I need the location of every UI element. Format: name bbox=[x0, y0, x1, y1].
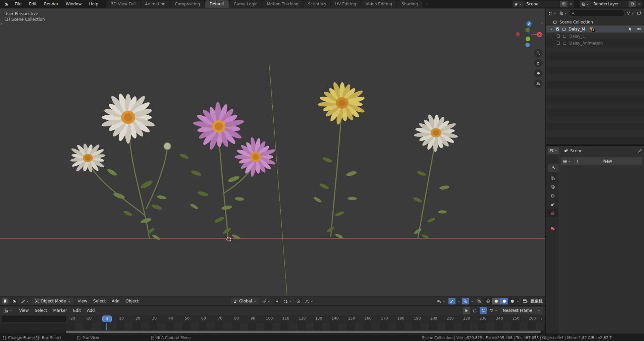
gizmo-axis-x-neg[interactable] bbox=[516, 32, 520, 36]
add-workspace-button[interactable]: + bbox=[423, 0, 431, 8]
gizmo-axis-y[interactable] bbox=[526, 37, 530, 41]
switch-camera-button[interactable] bbox=[521, 298, 529, 304]
nla-menu-view[interactable]: View bbox=[16, 306, 32, 315]
properties-tab-scene[interactable] bbox=[547, 201, 558, 209]
camera-view-button[interactable] bbox=[534, 69, 542, 77]
snap-target-dropdown[interactable] bbox=[282, 298, 293, 304]
gizmo-axis-y-neg[interactable] bbox=[526, 28, 530, 32]
transform-orientation-dropdown[interactable]: Global bbox=[231, 298, 259, 304]
object-daisy-pink[interactable] bbox=[179, 99, 276, 240]
object-visibility-dropdown[interactable] bbox=[435, 298, 447, 304]
nla-channel-area[interactable] bbox=[0, 323, 67, 330]
switch-camera-label[interactable]: 换像机 bbox=[531, 298, 543, 304]
nla-menu-add[interactable]: Add bbox=[84, 306, 98, 315]
menu-render[interactable]: Render bbox=[40, 2, 62, 6]
cursor-3d[interactable] bbox=[225, 235, 233, 243]
scene-name-field[interactable]: Scene bbox=[524, 1, 560, 7]
outliner-row-daisy-l[interactable]: Daisy_L bbox=[546, 33, 644, 40]
render-layer-copy-button[interactable] bbox=[629, 1, 636, 7]
xray-toggle[interactable] bbox=[475, 298, 482, 304]
outliner-row-scene-collection[interactable]: Scene Collection bbox=[546, 18, 644, 25]
shading-solid-button[interactable] bbox=[492, 298, 500, 304]
current-frame-badge[interactable]: 1 bbox=[102, 316, 112, 322]
overlays-dropdown-chevron[interactable] bbox=[471, 300, 474, 303]
collection-checkbox[interactable] bbox=[555, 27, 560, 31]
toolbar-expand-arrow[interactable]: › bbox=[0, 22, 2, 26]
menu-help[interactable]: Help bbox=[85, 2, 102, 6]
snap-toggle-nla[interactable] bbox=[480, 307, 487, 314]
blender-logo-icon[interactable] bbox=[3, 2, 8, 7]
proportional-edit-toggle[interactable] bbox=[295, 298, 302, 304]
nla-channel-field[interactable] bbox=[2, 316, 66, 322]
gizmo-dropdown-chevron[interactable] bbox=[457, 300, 460, 303]
disclosure-triangle-icon[interactable] bbox=[550, 28, 553, 31]
shading-material-button[interactable] bbox=[500, 298, 508, 304]
mode-dropdown[interactable]: Object Mode bbox=[32, 298, 73, 304]
shading-wireframe-button[interactable] bbox=[484, 298, 492, 304]
outliner-row-daisy-animation[interactable]: Daisy_Animation bbox=[546, 40, 644, 47]
box-select-tool-button[interactable] bbox=[471, 307, 478, 314]
workspace-tab-compositing[interactable]: Compositing bbox=[170, 0, 204, 8]
navigation-gizmo[interactable]: Z X bbox=[516, 20, 549, 54]
show-overlays-toggle[interactable] bbox=[462, 298, 469, 304]
properties-tab-world[interactable] bbox=[547, 209, 558, 217]
properties-tab-tool[interactable] bbox=[548, 164, 559, 172]
snap-mode-dropdown[interactable]: Nearest Frame bbox=[500, 307, 543, 314]
nla-editor-type-button[interactable] bbox=[2, 307, 13, 314]
outliner-filter-id-dropdown[interactable] bbox=[558, 11, 568, 15]
object-daisy-yellow[interactable] bbox=[313, 80, 368, 239]
nla-menu-marker[interactable]: Marker bbox=[50, 306, 70, 315]
timeline-scrollbar[interactable] bbox=[66, 331, 541, 333]
pin-icon[interactable] bbox=[638, 149, 642, 153]
outliner-display-mode-dropdown[interactable] bbox=[548, 11, 557, 15]
tweak-tool-button[interactable] bbox=[463, 307, 470, 314]
menu-edit[interactable]: Edit bbox=[25, 2, 40, 6]
outliner-search-input[interactable] bbox=[577, 11, 608, 15]
falloff-dropdown[interactable] bbox=[304, 298, 315, 304]
snap-toggle[interactable] bbox=[273, 298, 280, 304]
editor-type-button[interactable] bbox=[2, 298, 8, 304]
visibility-eye-icon[interactable] bbox=[636, 27, 641, 31]
workspace-tab-uv-editing[interactable]: UV Editing bbox=[331, 0, 361, 8]
world-browse-button[interactable] bbox=[561, 157, 573, 165]
gizmo-axis-z-neg[interactable] bbox=[526, 43, 530, 47]
render-layer-browse-button[interactable] bbox=[580, 1, 591, 7]
collection-checkbox[interactable] bbox=[556, 41, 560, 45]
new-collection-button[interactable] bbox=[636, 11, 642, 15]
workspace-tab-scripting[interactable]: Scripting bbox=[304, 0, 330, 8]
viewport-canvas[interactable] bbox=[0, 8, 545, 297]
workspace-tab-3d-view-full[interactable]: 3D View Full bbox=[107, 0, 140, 8]
workspace-tab-video-editing[interactable]: Video Editing bbox=[361, 0, 396, 8]
properties-tab-texture[interactable] bbox=[547, 225, 558, 233]
properties-tab-render[interactable] bbox=[547, 174, 558, 182]
filter-dropdown[interactable] bbox=[488, 307, 499, 314]
properties-tab-output[interactable] bbox=[547, 183, 558, 191]
zoom-button[interactable] bbox=[534, 49, 542, 57]
workspace-tab-motion-tracking[interactable]: Motion Tracking bbox=[262, 0, 303, 8]
pivot-point-dropdown[interactable] bbox=[261, 298, 272, 304]
scene-browse-button[interactable] bbox=[513, 1, 524, 7]
workspace-tab-game-logic[interactable]: Game Logic bbox=[229, 0, 262, 8]
outliner-filter-dropdown[interactable] bbox=[626, 11, 635, 15]
workspace-tab-shading[interactable]: Shading bbox=[397, 0, 422, 8]
nla-menu-select[interactable]: Select bbox=[32, 306, 50, 315]
properties-editor-type-button[interactable] bbox=[548, 148, 559, 154]
ruler-collapse-arrow[interactable]: ‹ bbox=[541, 317, 542, 321]
timeline-ruler[interactable]: ‹ -20-1010203040506070809010011012013014… bbox=[0, 315, 545, 323]
object-daisy-white-right[interactable] bbox=[411, 111, 461, 240]
nla-tracks-area[interactable] bbox=[0, 323, 545, 330]
selectable-icon[interactable] bbox=[628, 27, 632, 31]
playhead-line[interactable] bbox=[106, 323, 107, 330]
workspace-tab-animation[interactable]: Animation bbox=[141, 0, 170, 8]
outliner-row-daisy-m[interactable]: Daisy_M4 bbox=[546, 25, 644, 33]
show-gizmos-toggle[interactable] bbox=[448, 298, 455, 304]
shading-dropdown-chevron[interactable] bbox=[516, 300, 519, 303]
ortho-toggle-button[interactable] bbox=[534, 79, 542, 88]
viewport-menu-select[interactable]: Select bbox=[90, 297, 109, 305]
menu-window[interactable]: Window bbox=[62, 2, 85, 6]
outliner-search[interactable] bbox=[569, 10, 624, 16]
grease-pencil-button[interactable] bbox=[10, 298, 18, 304]
scene-copy-button[interactable] bbox=[560, 1, 568, 7]
collection-checkbox[interactable] bbox=[556, 34, 560, 38]
render-layer-unlink-button[interactable] bbox=[636, 1, 643, 7]
